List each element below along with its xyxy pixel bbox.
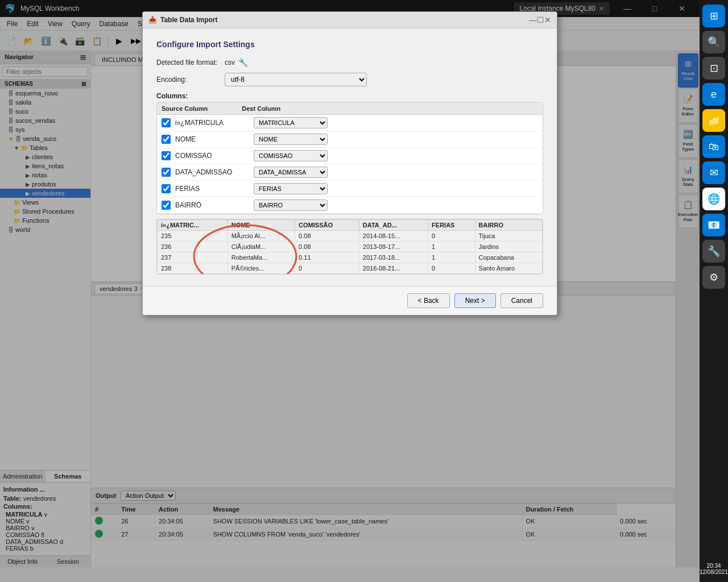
- encoding-select[interactable]: utf-8 latin1 utf-16: [225, 73, 367, 86]
- dialog-maximize-btn[interactable]: ☐: [537, 15, 544, 24]
- dialog-title: 📥 Table Data Import: [148, 16, 529, 24]
- cell-data: 2017-03-18...: [359, 252, 428, 263]
- cell-bairro: Copacabana: [475, 252, 542, 263]
- col-dest-nome[interactable]: NOME: [254, 134, 328, 145]
- col-row-ferias: FERIAS FERIAS: [157, 181, 543, 197]
- col-source-comissao: COMISSAO: [175, 152, 249, 160]
- os-time: 20:34 12/08/2021: [697, 560, 728, 577]
- col-source-bairro: BAIRRO: [175, 201, 249, 209]
- cell-comissao: 0.11: [295, 252, 359, 263]
- cell-ferias: 1: [428, 252, 475, 263]
- cell-nome: RobertaMa...: [228, 252, 295, 263]
- col-source-nome: NOME: [175, 135, 249, 143]
- table-data-import-dialog: 📥 Table Data Import — ☐ ✕ Configure Impo…: [142, 11, 557, 315]
- cell-comissao: 0.08: [295, 231, 359, 242]
- dialog-title-label: Table Data Import: [160, 16, 217, 24]
- preview-col-matric: i»¿MATRIC...: [158, 220, 228, 231]
- cell-ferias: 0: [428, 231, 475, 242]
- dialog-footer: < Back Next > Cancel: [143, 286, 557, 315]
- format-row: Detected file format: csv 🔧: [156, 58, 543, 67]
- col-source-ferias: FERIAS: [175, 185, 249, 193]
- cell-nome: ClÃ¡udiaM...: [228, 242, 295, 252]
- col-dest-data[interactable]: DATA_ADMISSA: [254, 167, 328, 178]
- preview-col-comissao: COMISSÃO: [295, 220, 359, 231]
- settings-button[interactable]: ⚙: [702, 266, 725, 289]
- back-button[interactable]: < Back: [407, 293, 450, 308]
- next-button[interactable]: Next >: [454, 293, 496, 308]
- dialog-close-btn[interactable]: ✕: [544, 15, 551, 24]
- cell-nome: PÃ©ricles...: [228, 263, 295, 274]
- cell-bairro: Santo Amaro: [475, 263, 542, 274]
- mail-button[interactable]: ✉: [702, 161, 725, 184]
- cell-matricula: 236: [158, 242, 228, 252]
- cell-data: 2014-08-15...: [359, 231, 428, 242]
- preview-container: i»¿MATRIC... NOME COMISSÃO DATA_AD... FE…: [156, 219, 543, 275]
- dialog-icon: 📥: [148, 16, 157, 24]
- cell-comissao: 0.08: [295, 242, 359, 252]
- col-dest-ferias[interactable]: FERIAS: [254, 183, 328, 194]
- col-check-nome[interactable]: [162, 135, 171, 144]
- columns-header: Source Column Dest Column: [157, 103, 543, 115]
- col-source-matricula: i»¿MATRICULA: [175, 119, 249, 127]
- preview-col-bairro: BAIRRO: [475, 220, 542, 231]
- preview-row-236: 236 ClÃ¡udiaM... 0.08 2013-09-17... 1 Ja…: [158, 242, 543, 252]
- store-button[interactable]: 🛍: [702, 135, 725, 158]
- col-dest-bairro[interactable]: BAIRRO: [254, 199, 328, 211]
- preview-row-235: 235 MÃ¡rcio Al... 0.08 2014-08-15... 0 T…: [158, 231, 543, 242]
- format-settings-btn[interactable]: 🔧: [238, 58, 248, 67]
- preview-table: i»¿MATRIC... NOME COMISSÃO DATA_AD... FE…: [157, 219, 543, 274]
- cell-nome: MÃ¡rcio Al...: [228, 231, 295, 242]
- cell-matricula: 238: [158, 263, 228, 274]
- col-check-data[interactable]: [162, 168, 171, 177]
- preview-col-data: DATA_AD...: [359, 220, 428, 231]
- columns-section-label: Columns:: [156, 92, 543, 100]
- cell-bairro: Jardins: [475, 242, 542, 252]
- dialog-body: Configure Import Settings Detected file …: [143, 28, 557, 286]
- preview-col-ferias: FERIAS: [428, 220, 475, 231]
- file-explorer-button[interactable]: 📁: [702, 109, 725, 132]
- os-taskbar: ⊞ 🔍 ⊡ e 📁 🛍 ✉ 🌐 📧 🔧 ⚙ 20:34 12/08/2021: [700, 0, 728, 582]
- source-col-header: Source Column: [162, 105, 208, 112]
- time-display: 20:34: [700, 563, 728, 569]
- format-value: csv: [225, 59, 235, 66]
- col-row-data-admissao: DATA_ADMISSAO DATA_ADMISSA: [157, 164, 543, 181]
- task-view-button[interactable]: ⊡: [702, 57, 725, 80]
- col-check-bairro[interactable]: [162, 201, 171, 210]
- col-check-comissao[interactable]: [162, 151, 171, 160]
- tools-button[interactable]: 🔧: [702, 240, 725, 263]
- cancel-button[interactable]: Cancel: [500, 293, 543, 308]
- col-check-matricula[interactable]: [162, 118, 171, 127]
- col-source-data: DATA_ADMISSAO: [175, 168, 249, 176]
- col-dest-comissao[interactable]: COMISSAO: [254, 150, 328, 161]
- format-label: Detected file format:: [156, 59, 225, 66]
- preview-row-238: 238 PÃ©ricles... 0 2016-08-21... 0 Santo…: [158, 263, 543, 274]
- col-row-bairro: BAIRRO BAIRRO: [157, 197, 543, 214]
- columns-section: Source Column Dest Column i»¿MATRICULA M…: [156, 102, 543, 214]
- outlook-button[interactable]: 📧: [702, 214, 725, 236]
- col-dest-matricula[interactable]: MATRICULA: [254, 117, 328, 128]
- search-os-button[interactable]: 🔍: [702, 31, 725, 53]
- dialog-minimize-btn[interactable]: —: [529, 15, 537, 24]
- dest-col-header: Dest Column: [242, 105, 280, 112]
- configure-import-title: Configure Import Settings: [156, 40, 543, 49]
- cell-bairro: Tijuca: [475, 231, 542, 242]
- encoding-row: Encoding: utf-8 latin1 utf-16: [156, 73, 543, 86]
- cell-ferias: 0: [428, 263, 475, 274]
- cell-matricula: 237: [158, 252, 228, 263]
- dialog-overlay: 📥 Table Data Import — ☐ ✕ Configure Impo…: [0, 0, 700, 582]
- columns-section-container: Columns: Source Column Dest Column i»¿MA…: [156, 92, 543, 214]
- col-check-ferias[interactable]: [162, 184, 171, 193]
- col-row-nome: NOME NOME: [157, 131, 543, 148]
- col-row-comissao: COMISSAO COMISSAO: [157, 148, 543, 164]
- col-row-matricula: i»¿MATRICULA MATRICULA: [157, 115, 543, 131]
- dialog-titlebar: 📥 Table Data Import — ☐ ✕: [143, 12, 557, 28]
- start-button[interactable]: ⊞: [702, 5, 725, 27]
- encoding-label: Encoding:: [156, 76, 225, 84]
- date-display: 12/08/2021: [700, 569, 728, 575]
- edge-button[interactable]: e: [702, 83, 725, 106]
- chrome-button[interactable]: 🌐: [702, 188, 725, 210]
- preview-col-nome: NOME: [228, 220, 295, 231]
- preview-row-237: 237 RobertaMa... 0.11 2017-03-18... 1 Co…: [158, 252, 543, 263]
- cell-matricula: 235: [158, 231, 228, 242]
- cell-data: 2016-08-21...: [359, 263, 428, 274]
